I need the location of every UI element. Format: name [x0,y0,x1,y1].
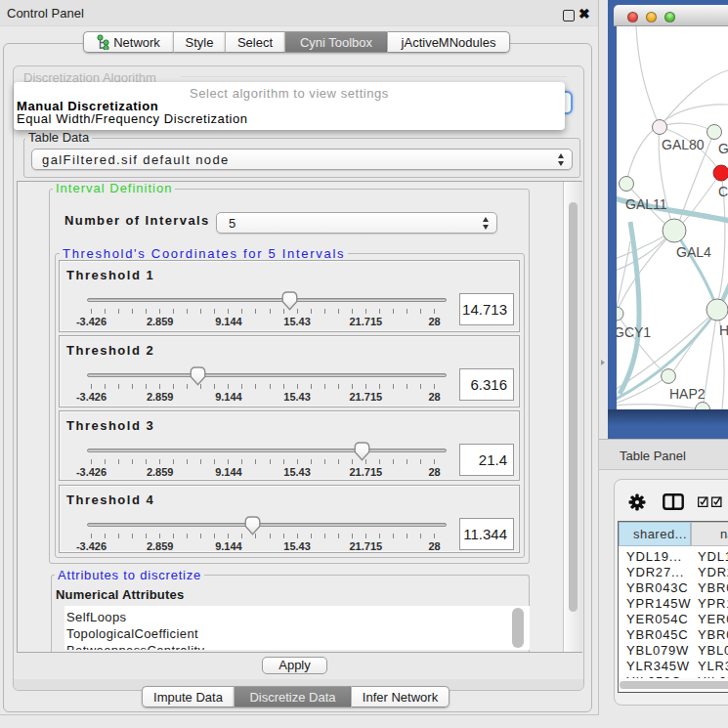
svg-text:GCY1: GCY1 [617,324,651,340]
svg-text:GAL4: GAL4 [676,244,711,260]
svg-text:GAL11: GAL11 [625,196,667,212]
svg-text:HAP2: HAP2 [669,386,706,402]
svg-text:GA: GA [718,141,728,156]
svg-text:HIS: HIS [719,322,728,338]
svg-text:CO: CO [718,184,728,199]
svg-text:GAL80: GAL80 [662,137,705,152]
